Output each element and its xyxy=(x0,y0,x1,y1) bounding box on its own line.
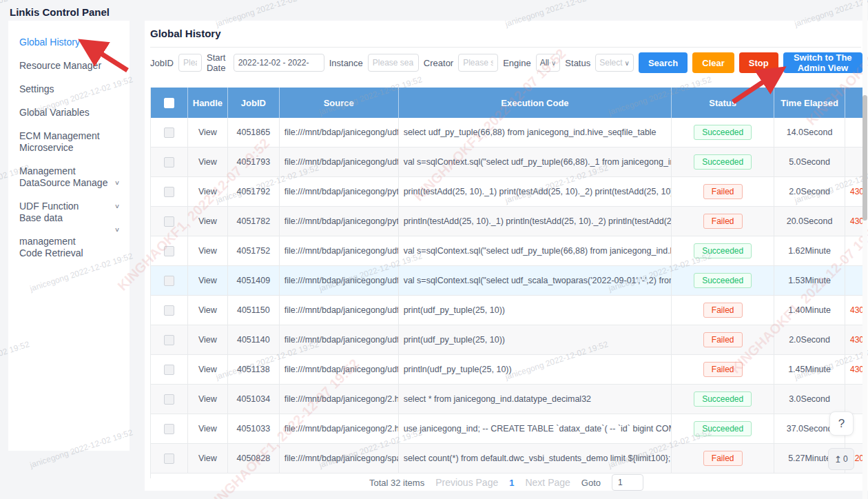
time-elapsed-cell: 1.62Minute xyxy=(774,236,845,265)
sidebar-item-microservice-management[interactable]: Microservice Management xyxy=(8,147,130,171)
row-checkbox[interactable] xyxy=(164,454,174,464)
column-header-truncated xyxy=(845,88,864,118)
execution-code-cell: select * from janicegong_ind.datatype_de… xyxy=(399,385,672,414)
scroll-top-counter-button[interactable]: ↥ 0 xyxy=(828,448,854,470)
sidebar-item-global-history[interactable]: Global History xyxy=(8,30,130,54)
creator-input[interactable] xyxy=(458,54,498,72)
view-link[interactable]: View xyxy=(198,276,217,285)
clear-button[interactable]: Clear xyxy=(692,52,734,73)
sidebar-item-label: Settings xyxy=(19,77,130,101)
sidebar-item-global-variables[interactable]: Global Variables xyxy=(8,101,130,124)
select-all-checkbox[interactable] xyxy=(164,98,174,108)
table-row[interactable]: View4051752file:///mnt/bdap/janicegong/u… xyxy=(151,236,864,266)
view-link[interactable]: View xyxy=(198,128,217,137)
jobid-cell: 4051782 xyxy=(228,207,280,236)
view-link[interactable]: View xyxy=(198,305,217,315)
previous-page-button[interactable]: Previous Page xyxy=(435,477,498,488)
error-code-cell: 430 xyxy=(845,325,864,354)
sidebar-item-code-retrieval[interactable]: Code Retrieval xyxy=(8,241,130,265)
row-checkbox[interactable] xyxy=(164,394,174,405)
row-checkbox[interactable] xyxy=(164,157,174,167)
row-checkbox-cell xyxy=(151,444,188,473)
row-checkbox[interactable] xyxy=(164,276,174,286)
table-row[interactable]: View4051138file:///mnt/bdap/janicegong/u… xyxy=(151,355,864,385)
help-button[interactable]: ? xyxy=(829,411,854,436)
status-cell: Succeeded xyxy=(672,147,774,176)
row-checkbox[interactable] xyxy=(164,305,174,316)
status-badge: Succeeded xyxy=(694,154,752,170)
sidebar-item-resource-manager[interactable]: Resource Manager xyxy=(8,54,130,77)
instance-input[interactable] xyxy=(368,54,419,72)
switch-admin-view-button[interactable]: Switch to The Admin View xyxy=(783,52,862,73)
jobid-cell: 4051138 xyxy=(228,355,280,384)
view-link[interactable]: View xyxy=(198,335,217,345)
status-cell: Succeeded xyxy=(672,414,774,443)
view-link[interactable]: View xyxy=(198,157,217,167)
sidebar-item-label: Global History xyxy=(19,30,130,54)
sidebar-item-settings[interactable]: Settings xyxy=(8,77,130,101)
status-cell: Succeeded xyxy=(672,236,774,265)
jobid-input[interactable] xyxy=(178,54,202,72)
current-page-number[interactable]: 1 xyxy=(509,478,514,488)
view-link[interactable]: View xyxy=(198,424,217,434)
status-select[interactable]: Select ∨ xyxy=(595,54,634,72)
table-row[interactable]: View4051033file:///mnt/bdap/janicegong/2… xyxy=(151,414,864,444)
status-badge: Succeeded xyxy=(694,243,752,258)
view-link[interactable]: View xyxy=(198,454,217,463)
row-checkbox-cell xyxy=(151,296,188,325)
table-row[interactable]: View4051034file:///mnt/bdap/janicegong/2… xyxy=(151,385,864,414)
time-elapsed-cell: 2.0Second xyxy=(774,177,845,206)
table-row[interactable]: View4051409file:///mnt/bdap/janicegong/u… xyxy=(151,266,864,296)
time-elapsed-cell: 1.40Minute xyxy=(774,296,845,325)
start-date-input[interactable] xyxy=(234,54,324,72)
row-checkbox[interactable] xyxy=(164,365,174,375)
table-row[interactable]: View4051793file:///mnt/bdap/janicegong/u… xyxy=(151,147,864,177)
total-items-label: Total 32 items xyxy=(369,478,424,488)
jobid-cell: 4051865 xyxy=(228,118,280,147)
vertical-scrollbar-thumb[interactable] xyxy=(862,95,867,221)
row-checkbox[interactable] xyxy=(164,128,174,138)
status-cell: Succeeded xyxy=(672,266,774,295)
row-checkbox[interactable] xyxy=(164,187,174,197)
table-row[interactable]: View4051140file:///mnt/bdap/janicegong/u… xyxy=(151,325,864,355)
row-checkbox[interactable] xyxy=(164,246,174,256)
row-checkbox[interactable] xyxy=(164,424,174,434)
goto-page-input[interactable] xyxy=(612,474,643,491)
engine-select[interactable]: All ∨ xyxy=(536,54,561,72)
view-link[interactable]: View xyxy=(198,216,217,226)
row-checkbox[interactable] xyxy=(164,216,174,227)
table-row[interactable]: View4051782file:///mnt/bdap/janicegong/p… xyxy=(151,207,864,236)
time-elapsed-cell: 1.53Minute xyxy=(774,266,845,295)
view-link[interactable]: View xyxy=(198,365,217,374)
search-button[interactable]: Search xyxy=(639,52,688,73)
source-cell: file:///mnt/bdap/janicegong/udf/... xyxy=(280,266,399,295)
table-row[interactable]: View4050828file:///mnt/bdap/janicegong/s… xyxy=(151,444,864,473)
table-row[interactable]: View4051865file:///mnt/bdap/janicegong/u… xyxy=(151,118,864,147)
row-checkbox-cell xyxy=(151,266,188,295)
status-cell: Failed xyxy=(672,444,774,473)
view-link[interactable]: View xyxy=(198,246,217,256)
view-link[interactable]: View xyxy=(198,394,217,404)
next-page-button[interactable]: Next Page xyxy=(525,477,570,488)
engine-label: Engine xyxy=(503,58,530,68)
status-cell: Failed xyxy=(672,296,774,325)
jobid-cell: 4051409 xyxy=(228,266,280,295)
sidebar-item-base-data-management[interactable]: Base data management ∨ xyxy=(8,218,130,241)
execution-code-cell: val s=sqlContext.sql("select udf_scala_t… xyxy=(399,266,672,295)
sidebar-item-datasource-manage[interactable]: DataSource Manage ∨ xyxy=(8,171,130,194)
view-link[interactable]: View xyxy=(198,187,217,196)
column-header-time-elapsed: Time Elapsed xyxy=(774,88,845,118)
column-header-jobid: JobID xyxy=(228,88,280,118)
table-row[interactable]: View4051792file:///mnt/bdap/janicegong/p… xyxy=(151,177,864,207)
sidebar-item-label: Code Retrieval xyxy=(19,241,130,265)
error-code-value: 430 xyxy=(850,216,864,226)
error-code-value: 430 xyxy=(850,335,864,345)
row-checkbox[interactable] xyxy=(164,335,174,345)
chevron-down-icon: ∨ xyxy=(114,173,120,192)
view-link-cell: View xyxy=(188,355,228,384)
status-badge: Succeeded xyxy=(694,391,752,407)
table-row[interactable]: View4051150file:///mnt/bdap/janicegong/u… xyxy=(151,296,864,325)
view-link-cell: View xyxy=(188,118,228,147)
error-code-cell xyxy=(845,147,864,176)
stop-button[interactable]: Stop xyxy=(739,52,778,73)
